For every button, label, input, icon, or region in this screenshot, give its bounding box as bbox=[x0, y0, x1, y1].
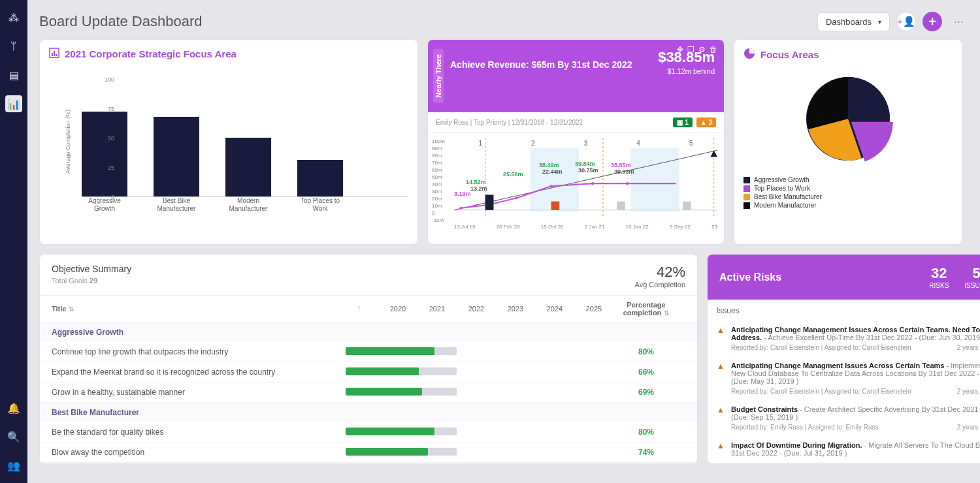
issue-item[interactable]: ▲Anticipating Change Management Issues A… bbox=[708, 322, 980, 358]
svg-point-13 bbox=[515, 196, 517, 199]
bar-chart: 100 75 50 25 0 bbox=[82, 80, 408, 197]
gear-icon[interactable]: ⚙ bbox=[698, 45, 706, 54]
page-title: Board Update Dashboard bbox=[39, 13, 203, 30]
warning-icon: ▲ bbox=[717, 326, 726, 351]
revenue-chart: 100m90m80m70m60m50m40m30m20m10m0-10m bbox=[428, 133, 724, 231]
goal-card: Nearly There Achieve Revenue: $65m By 31… bbox=[427, 39, 725, 245]
bar-top-places bbox=[297, 160, 343, 196]
goal-title: Achieve Revenue: $65m By 31st Dec 2022 bbox=[450, 59, 632, 70]
table-row[interactable]: Grow in a healthy, sustainable manner69% bbox=[40, 382, 697, 403]
pie-card-title: Focus Areas bbox=[760, 49, 819, 60]
avg-completion-label: Avg Completion bbox=[635, 281, 685, 288]
topbar: Board Update Dashboard Dashboards +👤 + ⋯ bbox=[39, 5, 968, 39]
issues-count: 5 bbox=[964, 265, 980, 282]
bell-icon[interactable]: 🔔 bbox=[5, 399, 22, 416]
svg-rect-17 bbox=[485, 195, 494, 210]
logo-icon[interactable]: ⁂ bbox=[5, 9, 22, 26]
issues-list: ▲Anticipating Change Management Issues A… bbox=[708, 322, 980, 463]
svg-point-11 bbox=[459, 206, 462, 209]
hierarchy-icon[interactable]: ᛘ bbox=[5, 38, 22, 55]
avg-completion-value: 42% bbox=[635, 264, 685, 281]
y-axis-label: Average Completion (%) bbox=[65, 110, 71, 174]
svg-rect-18 bbox=[551, 201, 559, 210]
table-header: Title ⋮ 2020 2021 2022 2023 2024 2025 Pe… bbox=[40, 295, 697, 322]
pie-legend: Aggressive Growth Top Places to Work Bes… bbox=[743, 176, 953, 209]
mini-y-axis: 100m90m80m70m60m50m40m30m20m10m0-10m bbox=[432, 138, 445, 223]
svg-rect-2 bbox=[54, 51, 55, 56]
copy-icon[interactable]: ❐ bbox=[687, 45, 694, 54]
bar-modern-mfr bbox=[225, 138, 271, 196]
search-icon[interactable]: 🔍 bbox=[5, 428, 22, 445]
svg-point-16 bbox=[626, 182, 629, 185]
badge-green[interactable]: ▦ 1 bbox=[673, 117, 692, 127]
pie-chart bbox=[789, 67, 907, 171]
issue-item[interactable]: ▲Impact Of Downtime During Migration. - … bbox=[708, 437, 980, 463]
badge-orange[interactable]: ▲ 3 bbox=[696, 117, 716, 127]
objective-summary-card: Objective Summary Total Goals 29 42% Avg… bbox=[39, 254, 698, 464]
status-tag: Nearly There bbox=[433, 49, 444, 103]
add-button[interactable]: + bbox=[923, 12, 942, 31]
risks-count: 32 bbox=[929, 265, 949, 282]
table-row[interactable]: Expand the Meerkat brand so it is recogn… bbox=[40, 362, 697, 382]
svg-rect-9 bbox=[630, 148, 679, 211]
active-risks-card: Active Risks 32RISKS 5ISSUES Issues ▲Ant… bbox=[707, 254, 980, 464]
dashboards-dropdown[interactable]: Dashboards bbox=[817, 12, 890, 31]
goal-behind: $1.12m behind bbox=[658, 67, 715, 75]
focus-areas-pie-card: Focus Areas Aggressive Growth Top Places… bbox=[734, 39, 962, 245]
bar-chart-icon bbox=[49, 48, 59, 60]
group-row: Aggressive Growth bbox=[40, 322, 697, 342]
svg-point-15 bbox=[591, 182, 594, 185]
mini-x-axis: 13 Jul 1928 Feb 2015 Oct 202 Jun 2118 Ja… bbox=[454, 224, 717, 230]
obj-title: Objective Summary bbox=[52, 264, 131, 274]
people-icon[interactable]: 👥 bbox=[5, 457, 22, 474]
add-person-icon[interactable]: +👤 bbox=[896, 12, 916, 31]
risks-title: Active Risks bbox=[719, 272, 781, 283]
move-icon[interactable]: ✥ bbox=[677, 45, 683, 54]
svg-point-14 bbox=[549, 185, 552, 187]
svg-rect-3 bbox=[56, 54, 57, 56]
y-axis: 100 75 50 25 0 bbox=[101, 76, 114, 200]
trash-icon[interactable]: 🗑 bbox=[710, 45, 717, 54]
issues-section-title: Issues bbox=[708, 300, 980, 322]
board-icon[interactable]: ▤ bbox=[5, 67, 22, 84]
warning-icon: ▲ bbox=[717, 362, 726, 395]
table-row[interactable]: Be the standard for quality bikes80% bbox=[40, 422, 697, 443]
svg-rect-1 bbox=[52, 53, 53, 56]
col-pct[interactable]: Percentage completion bbox=[607, 301, 685, 317]
group-row: Best Bike Manufacturer bbox=[40, 403, 697, 422]
pie-chart-icon bbox=[743, 48, 755, 61]
issue-item[interactable]: ▲Budget Constraints - Create Architect S… bbox=[708, 401, 980, 437]
sidebar: ⁂ ᛘ ▤ 📊 🔔 🔍 👥 bbox=[0, 0, 27, 483]
objective-table-body: Aggressive GrowthContinue top line growt… bbox=[40, 322, 697, 463]
warning-icon: ▲ bbox=[717, 441, 726, 457]
table-row[interactable]: Continue top line growth that outpaces t… bbox=[40, 342, 697, 362]
issue-item[interactable]: ▲Anticipating Change Managment Issues Ac… bbox=[708, 358, 980, 401]
goal-meta: Emily Ross | Top Priority | 12/31/2018 -… bbox=[436, 119, 583, 126]
focus-card-title: 2021 Corporate Strategic Focus Area bbox=[65, 48, 237, 59]
svg-rect-19 bbox=[617, 201, 625, 210]
bar-best-bike bbox=[154, 117, 199, 196]
svg-rect-20 bbox=[683, 201, 691, 210]
focus-area-card: 2021 Corporate Strategic Focus Area Aver… bbox=[39, 39, 418, 245]
analytics-icon[interactable]: 📊 bbox=[5, 95, 22, 112]
col-title[interactable]: Title bbox=[52, 305, 339, 313]
warning-icon: ▲ bbox=[717, 405, 726, 431]
more-icon[interactable]: ⋯ bbox=[949, 12, 968, 31]
bar-x-labels: Aggressive Growth Best Bike Manufacturer… bbox=[82, 197, 408, 213]
table-row[interactable]: Blow away the competition74% bbox=[40, 443, 697, 463]
